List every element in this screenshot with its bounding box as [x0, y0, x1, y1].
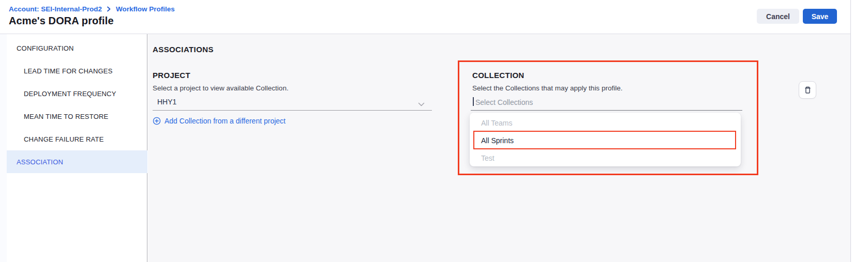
sidebar-item-deployment-frequency[interactable]: DEPLOYMENT FREQUENCY	[7, 82, 147, 105]
breadcrumb-workflow-profiles-link[interactable]: Workflow Profiles	[116, 5, 175, 13]
left-gutter	[0, 34, 7, 262]
collection-options-dropdown: All Teams All Sprints Test	[470, 113, 741, 166]
collection-heading: COLLECTION	[472, 71, 525, 80]
sidebar-item-mean-time-to-restore[interactable]: MEAN TIME TO RESTORE	[7, 105, 147, 128]
project-description: Select a project to view available Colle…	[153, 84, 289, 92]
plus-circle-icon	[153, 117, 161, 125]
sidebar-item-lead-time-for-changes[interactable]: LEAD TIME FOR CHANGES	[7, 59, 147, 82]
project-select[interactable]: HHY1	[153, 95, 432, 111]
project-select-value: HHY1	[157, 98, 176, 106]
project-heading: PROJECT	[153, 71, 190, 80]
collection-description: Select the Collections that may apply th…	[472, 84, 622, 92]
sidebar-item-change-failure-rate[interactable]: CHANGE FAILURE RATE	[7, 128, 147, 150]
right-strip	[851, 0, 868, 262]
save-button[interactable]: Save	[803, 9, 837, 24]
dropdown-option-all-sprints[interactable]: All Sprints	[470, 131, 741, 149]
breadcrumb: Account: SEI-Internal-Prod2 Workflow Pro…	[9, 4, 175, 13]
add-collection-link-label: Add Collection from a different project	[164, 117, 286, 125]
add-collection-link[interactable]: Add Collection from a different project	[153, 116, 286, 126]
dropdown-option-all-teams[interactable]: All Teams	[470, 115, 741, 131]
trash-icon	[803, 86, 812, 95]
collection-search-input[interactable]	[475, 96, 724, 109]
associations-section-heading: ASSOCIATIONS	[153, 45, 214, 54]
chevron-down-icon	[418, 100, 425, 109]
breadcrumb-account-link[interactable]: Account: SEI-Internal-Prod2	[9, 5, 102, 13]
chevron-right-icon	[107, 6, 111, 12]
text-cursor	[473, 97, 474, 106]
page-title: Acme's DORA profile	[9, 15, 114, 27]
sidebar-item-association[interactable]: ASSOCIATION	[7, 150, 147, 173]
cancel-button[interactable]: Cancel	[757, 9, 799, 24]
delete-association-button[interactable]	[799, 81, 816, 99]
collection-search-field[interactable]	[471, 95, 742, 111]
sidebar: CONFIGURATION LEAD TIME FOR CHANGES DEPL…	[7, 34, 147, 262]
sidebar-item-configuration[interactable]: CONFIGURATION	[7, 37, 147, 59]
dropdown-option-test[interactable]: Test	[470, 150, 741, 166]
